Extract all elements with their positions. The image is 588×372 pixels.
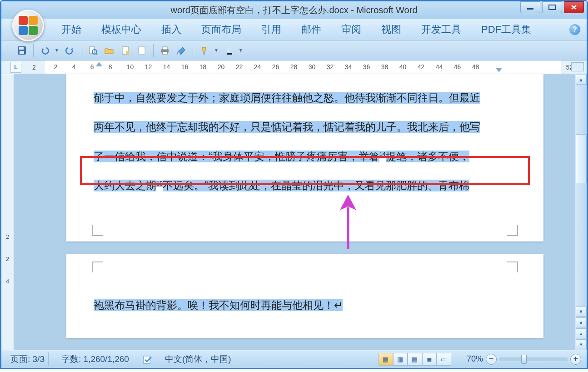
open-icon[interactable] xyxy=(102,44,116,57)
svg-rect-1 xyxy=(549,5,555,10)
help-icon[interactable]: ? xyxy=(569,24,580,35)
ruler-tick: 8 xyxy=(109,63,112,70)
quick-access-toolbar: ▼ ▼ ▼ xyxy=(1,40,587,60)
ruler-tick: 42 xyxy=(418,63,425,70)
scroll-up-icon[interactable]: ▲ xyxy=(576,75,587,85)
svg-point-14 xyxy=(166,50,168,51)
tab-references[interactable]: 引用 xyxy=(251,19,291,40)
tab-review[interactable]: 审阅 xyxy=(331,19,371,40)
svg-rect-0 xyxy=(527,8,533,10)
ruler-tick: 4 xyxy=(72,63,76,70)
zoom-slider[interactable] xyxy=(499,357,568,361)
svg-rect-12 xyxy=(163,47,167,50)
zoom-slider-thumb[interactable] xyxy=(521,355,527,364)
ruler-tick: 10 xyxy=(127,63,134,70)
outline-view-icon[interactable]: ≣ xyxy=(422,353,437,366)
titlebar: word页面底部有空白，打不上字怎么办.docx - Microsoft Wor… xyxy=(1,1,587,19)
page-margin-br xyxy=(507,225,518,236)
horizontal-ruler[interactable]: L 2 246810121416182022242628303234363840… xyxy=(1,60,587,74)
maximize-button[interactable] xyxy=(542,1,562,13)
view-buttons: ▦ ▥ ▤ ≣ ▭ xyxy=(379,353,451,366)
highlight-icon[interactable] xyxy=(222,44,236,57)
print-layout-view-icon[interactable]: ▦ xyxy=(379,353,393,366)
tab-view[interactable]: 视图 xyxy=(371,19,411,40)
full-screen-view-icon[interactable]: ▥ xyxy=(393,353,408,366)
vertical-scrollbar[interactable]: ▲ ▼ ● ▴ ▾ xyxy=(575,74,587,350)
svg-rect-13 xyxy=(163,52,167,55)
svg-rect-16 xyxy=(227,53,232,55)
status-language[interactable]: 中文(简体，中国) xyxy=(161,352,235,366)
zoom-in-button[interactable]: + xyxy=(570,354,581,365)
svg-point-9 xyxy=(126,51,130,55)
footnote-ref[interactable]: 14 xyxy=(379,151,386,157)
svg-rect-10 xyxy=(139,47,145,54)
ruler-tick: 12 xyxy=(145,63,152,70)
properties-icon[interactable] xyxy=(119,44,132,57)
quick-print-icon[interactable] xyxy=(158,44,172,57)
web-layout-view-icon[interactable]: ▤ xyxy=(408,353,422,366)
ruler-tick: 22 xyxy=(236,63,243,70)
proofing-icon[interactable] xyxy=(142,354,152,364)
tab-template[interactable]: 模板中心 xyxy=(91,19,151,40)
ruler-tick: 2 xyxy=(54,63,58,70)
footnote-ref[interactable]: 15 xyxy=(156,181,163,187)
doc-text[interactable]: 郁于中，自然要发之于外；家庭琐屑便往往触他之怒。他待我渐渐不同往日。但最近 xyxy=(94,92,480,104)
ruler-toggle-icon[interactable] xyxy=(571,62,584,71)
undo-dropdown[interactable]: ▼ xyxy=(54,48,60,53)
brush-dropdown[interactable]: ▼ xyxy=(213,48,219,53)
indent-marker-right[interactable] xyxy=(496,68,502,72)
tab-pdf[interactable]: PDF工具集 xyxy=(471,19,541,40)
qat-more-dropdown[interactable]: ▼ xyxy=(238,48,244,53)
page-margin-bl xyxy=(92,225,103,236)
tab-insert[interactable]: 插入 xyxy=(151,19,191,40)
close-button[interactable] xyxy=(564,1,584,13)
scroll-down-icon[interactable]: ▼ xyxy=(576,307,587,317)
ruler-tick: 44 xyxy=(436,63,443,70)
format-painter-icon[interactable] xyxy=(198,44,211,57)
doc-text[interactable]: 大约大去之期 xyxy=(94,180,156,191)
tab-developer[interactable]: 开发工具 xyxy=(411,19,471,40)
doc-text[interactable]: 袍黑布马褂的背影。唉！我不知何时再能与他相见！↵ xyxy=(94,299,343,311)
doc-text[interactable]: 提笔，诸多不便， xyxy=(386,151,469,162)
tab-page-layout[interactable]: 页面布局 xyxy=(191,19,251,40)
doc-text[interactable]: 两年不见，他终于忘却我的不好，只是惦记着我，惦记着我的儿子。我北来后，他写 xyxy=(94,121,480,133)
doc-text[interactable]: 了一信给我，信中说道：“我身体平安，惟膀子疼痛厉害，举箸 xyxy=(94,151,379,162)
status-page[interactable]: 页面: 3/3 xyxy=(7,352,49,366)
draft-view-icon[interactable]: ▭ xyxy=(437,353,451,366)
ruler-scale[interactable]: 2468101214161820222426283032343638404244… xyxy=(45,60,562,74)
ruler-left-scale: 2 xyxy=(32,64,36,71)
save-icon[interactable] xyxy=(15,44,29,57)
print-preview-icon[interactable] xyxy=(86,44,100,57)
eraser-icon[interactable] xyxy=(174,44,188,57)
tab-selector[interactable]: L xyxy=(10,62,21,73)
ruler-tick: 14 xyxy=(163,63,170,70)
ruler-tick: 6 xyxy=(90,63,94,70)
office-button[interactable] xyxy=(12,10,44,41)
scroll-track[interactable] xyxy=(576,85,587,306)
indent-marker-left[interactable] xyxy=(96,62,102,66)
minimize-button[interactable] xyxy=(520,1,540,13)
ruler-tick: 20 xyxy=(218,63,225,70)
page-margin-tl xyxy=(92,261,103,272)
scroll-thumb[interactable] xyxy=(576,134,587,183)
redo-icon[interactable] xyxy=(63,44,76,57)
zoom-level[interactable]: 70% xyxy=(467,354,483,364)
undo-icon[interactable] xyxy=(38,44,52,57)
ruler-tick: 24 xyxy=(254,63,261,70)
tab-mailings[interactable]: 邮件 xyxy=(291,19,331,40)
zoom-out-button[interactable]: − xyxy=(486,354,497,365)
browse-object-icon[interactable]: ● xyxy=(576,317,587,327)
page-1[interactable]: 郁于中，自然要发之于外；家庭琐屑便往往触他之怒。他待我渐渐不同往日。但最近 两年… xyxy=(66,74,543,241)
document-area[interactable]: 郁于中，自然要发之于外；家庭琐屑便往往触他之怒。他待我渐渐不同往日。但最近 两年… xyxy=(14,74,587,350)
window-controls xyxy=(520,1,584,13)
zoom-control: 70% − + xyxy=(467,354,581,365)
page-2[interactable]: 袍黑布马褂的背影。唉！我不知何时再能与他相见！↵ xyxy=(66,254,543,338)
status-wordcount[interactable]: 字数: 1,260/1,260 xyxy=(58,352,133,366)
prev-page-icon[interactable]: ▴ xyxy=(576,328,587,338)
new-icon[interactable] xyxy=(135,44,149,57)
next-page-icon[interactable]: ▾ xyxy=(576,339,587,349)
ruler-tick: 34 xyxy=(345,63,352,70)
vertical-ruler[interactable]: 2 2 4 xyxy=(1,74,14,350)
tab-home[interactable]: 开始 xyxy=(51,19,91,40)
doc-text[interactable]: 不远矣。”我读到此处，在晶莹的泪光中，又看见那肥胖的、青布棉 xyxy=(163,180,469,191)
